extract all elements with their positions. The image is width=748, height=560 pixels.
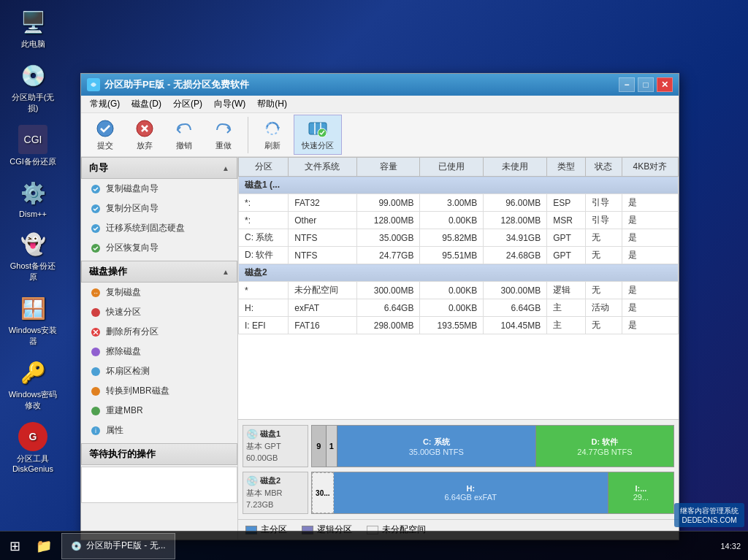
dism-icon: ⚙️ [18, 178, 47, 207]
disk1-part-c[interactable]: C: 系统 35.00GB NTFS [337, 426, 536, 467]
disk2-part-i[interactable]: I:... 29... [608, 472, 673, 513]
guide-header[interactable]: 向导 ▲ [81, 157, 237, 179]
sidebar-item-copy-disk2[interactable]: ↔ 复制磁盘 [81, 283, 237, 302]
disk1-header-row[interactable]: 磁盘1 (... [239, 177, 679, 194]
partition-table: 分区 文件系统 容量 已使用 未使用 类型 状态 4KB对齐 磁盘1 [238, 157, 679, 334]
table-row[interactable]: I: EFIFAT16298.00MB193.55MB104.45MB主无是 [239, 317, 679, 334]
desktop-icon-label: Windows密码修改 [7, 389, 58, 411]
computer-icon: 🖥️ [18, 7, 47, 37]
disk1-part-d[interactable]: D: 软件 24.77GB NTFS [536, 426, 673, 467]
quick-partition-button[interactable]: 快速分区 [294, 115, 342, 155]
maximize-button[interactable]: □ [638, 77, 654, 92]
sidebar-item-partition-recovery[interactable]: 分区恢复向导 [81, 238, 237, 258]
taskbar-app-button[interactable]: 💿 分区助手PE版 - 无... [61, 533, 175, 559]
minimize-button[interactable]: − [619, 77, 635, 92]
toolbar-separator [248, 117, 248, 153]
table-row[interactable]: *:FAT3299.00MB3.00MB96.00MBESP引导是 [239, 194, 679, 212]
sidebar-item-rebuild-mbr[interactable]: 重建MBR [81, 401, 237, 421]
watermark-line2: DEDECNS.COM [680, 516, 739, 524]
delete-all-label: 删除所有分区 [106, 326, 159, 338]
pending-header[interactable]: 等待执行的操作 [81, 443, 237, 465]
disk2-header-row[interactable]: 磁盘2 [239, 264, 679, 282]
redo-icon [213, 118, 234, 139]
ghost-icon: 👻 [18, 229, 47, 258]
to-mbr-icon [90, 386, 102, 397]
undo-button[interactable]: 撤销 [166, 115, 202, 155]
disk-ops-section: 磁盘操作 ▲ ↔ 复制磁盘 快速分区 [81, 261, 237, 440]
menu-help[interactable]: 帮助(H) [251, 96, 293, 112]
desktop-icon-dism[interactable]: ⚙️ Dism++ [7, 178, 58, 218]
refresh-button[interactable]: 刷新 [254, 115, 291, 155]
taskbar-right: 14:32 [720, 542, 748, 551]
commit-icon [95, 118, 115, 139]
taskbar-app-label: 分区助手PE版 - 无... [86, 540, 166, 552]
sidebar-item-quick-partition2[interactable]: 快速分区 [81, 302, 237, 322]
sidebar-item-bad-sector[interactable]: 坏扇区检测 [81, 361, 237, 381]
undo-icon [174, 118, 194, 139]
disk1-part-msr[interactable]: 1 [327, 426, 337, 467]
partition-recovery-icon [90, 242, 102, 254]
properties-icon: i [90, 425, 102, 437]
copy-disk-label: 复制磁盘向导 [106, 183, 159, 195]
desktop-icon-winpw[interactable]: 🔑 Windows密码修改 [7, 358, 58, 411]
sidebar-item-wipe[interactable]: 擦除磁盘 [81, 342, 237, 361]
table-row[interactable]: *:Other128.00MB0.00KB128.00MBMSR引导是 [239, 212, 679, 229]
guide-arrow-icon: ▲ [222, 164, 229, 172]
redo-button[interactable]: 重做 [205, 115, 242, 155]
sidebar-item-to-mbr[interactable]: 转换到MBR磁盘 [81, 381, 237, 401]
commit-button[interactable]: 提交 [87, 115, 123, 155]
disk-ops-header[interactable]: 磁盘操作 ▲ [81, 261, 237, 283]
desktop-icon-label: Ghost备份还原 [7, 261, 58, 283]
menu-disk[interactable]: 磁盘(D) [126, 96, 167, 112]
svg-point-1 [97, 120, 113, 137]
rebuild-mbr-icon [90, 405, 102, 417]
migrate-ssd-icon [90, 223, 102, 234]
partition-recovery-label: 分区恢复向导 [106, 242, 159, 254]
col-partition: 分区 [239, 158, 289, 177]
close-button[interactable]: ✕ [657, 77, 673, 92]
disk2-size: 7.23GB [246, 500, 305, 509]
table-row[interactable]: *未分配空间300.00MB0.00KB300.00MB逻辑无是 [239, 282, 679, 299]
menu-wizard[interactable]: 向导(W) [208, 96, 251, 112]
menu-general[interactable]: 常规(G) [84, 96, 126, 112]
table-row[interactable]: H:exFAT6.64GB0.00KB6.64GB主活动是 [239, 299, 679, 317]
sidebar-item-copy-disk[interactable]: 复制磁盘向导 [81, 179, 237, 199]
desktop-icon-cgi[interactable]: CGI CGI备份还原 [7, 125, 58, 167]
start-button[interactable]: ⊞ [0, 532, 29, 561]
sidebar-item-migrate-ssd[interactable]: 迁移系统到固态硬盘 [81, 218, 237, 238]
desktop-icon-ghost[interactable]: 👻 Ghost备份还原 [7, 229, 58, 283]
pending-section: 等待执行的操作 [81, 443, 237, 503]
sidebar-item-properties[interactable]: i 属性 [81, 421, 237, 440]
disk1-part-esp[interactable]: 9 [312, 426, 327, 467]
explorer-button[interactable]: 📁 [29, 532, 58, 561]
svg-text:i: i [95, 427, 96, 434]
discard-button[interactable]: 放弃 [126, 115, 163, 155]
right-panel: 分区 文件系统 容量 已使用 未使用 类型 状态 4KB对齐 磁盘1 [238, 157, 679, 540]
desktop-icon-partassist[interactable]: 💿 分区助手(无损) [7, 61, 58, 114]
disk2-part-h[interactable]: H: 6.64GB exFAT [334, 472, 608, 513]
table-row[interactable]: D: 软件NTFS24.77GB95.51MB24.68GBGPT无是 [239, 247, 679, 264]
desktop-icon-computer[interactable]: 🖥️ 此电脑 [7, 7, 58, 50]
menu-partition[interactable]: 分区(P) [167, 96, 208, 112]
bad-sector-icon [90, 366, 102, 377]
key-icon: 🔑 [18, 358, 47, 387]
col-type: 类型 [547, 158, 586, 177]
svg-text:↔: ↔ [93, 290, 99, 296]
desktop-icon-winsetup[interactable]: 🪟 Windows安装器 [7, 294, 58, 347]
sidebar-item-copy-partition[interactable]: 复制分区向导 [81, 199, 237, 218]
svg-point-14 [91, 308, 100, 317]
desktop-icon-diskgenius[interactable]: G 分区工具DiskGenius [7, 422, 58, 473]
refresh-icon [262, 118, 283, 139]
svg-point-16 [91, 348, 100, 356]
desktop-icon-label: Dism++ [19, 210, 47, 218]
desktop-icons: 🖥️ 此电脑 💿 分区助手(无损) CGI CGI备份还原 ⚙️ Dism++ … [7, 7, 58, 473]
col-filesystem: 文件系统 [289, 158, 356, 177]
disk2-part-unalloc[interactable]: 30... [312, 472, 334, 513]
to-mbr-label: 转换到MBR磁盘 [106, 385, 169, 397]
taskbar-app-icon: 💿 [71, 541, 82, 551]
disk2-type: 基本 MBR [246, 488, 305, 499]
desktop: 🖥️ 此电脑 💿 分区助手(无损) CGI CGI备份还原 ⚙️ Dism++ … [0, 0, 748, 560]
table-row[interactable]: C: 系统NTFS35.00GB95.82MB34.91GBGPT无是 [239, 229, 679, 247]
disk1-name: 💿 磁盘1 [246, 429, 305, 440]
sidebar-item-delete-all[interactable]: 删除所有分区 [81, 322, 237, 342]
